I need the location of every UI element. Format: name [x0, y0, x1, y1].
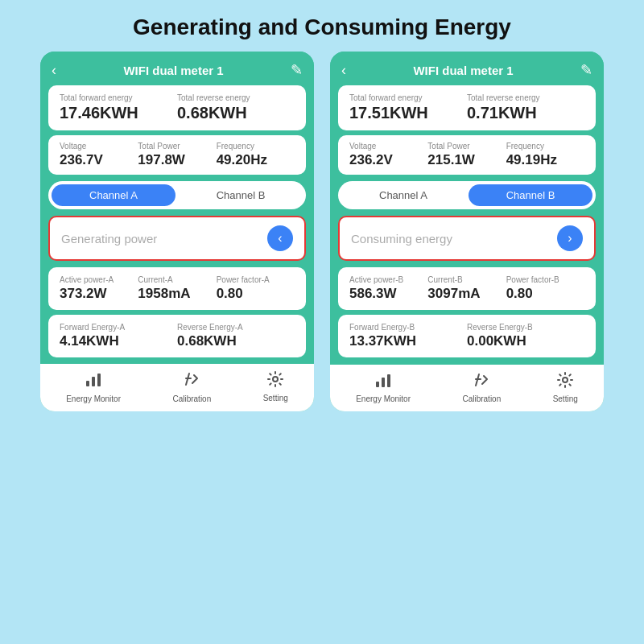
- forward-energy-right: Total forward energy 17.51KWH: [349, 93, 467, 122]
- reverse-energy-value-left: 0.68KWH: [177, 104, 295, 122]
- header-title-left: WIFI dual meter 1: [123, 64, 223, 77]
- energy-monitor-icon-left: [85, 370, 102, 392]
- active-power-left: Active power-A 373.2W: [60, 275, 138, 302]
- pf-label-right: Power factor-B: [506, 275, 584, 284]
- active-power-label-right: Active power-B: [349, 275, 427, 284]
- phone-right: ‹ WIFI dual meter 1 ✎ Total forward ener…: [330, 52, 604, 411]
- back-button-right[interactable]: ‹: [341, 62, 346, 79]
- voltage-value-right: 236.2V: [349, 152, 427, 168]
- mode-button-right[interactable]: ›: [557, 225, 583, 251]
- reverse-energy-left: Total reverse energy 0.68KWH: [177, 93, 295, 122]
- frequency-label-left: Frequency: [217, 142, 295, 151]
- channel-b-tab-right[interactable]: Channel B: [469, 184, 592, 206]
- svg-rect-2: [97, 374, 101, 386]
- pf-value-left: 0.80: [217, 286, 295, 302]
- mode-row-right: Consuming energy ›: [338, 216, 596, 261]
- forward-energy-value-left: 17.46KWH: [60, 104, 177, 122]
- pf-value-right: 0.80: [506, 286, 584, 302]
- forward-energy-label-right: Total forward energy: [349, 93, 467, 102]
- phone-left: ‹ WIFI dual meter 1 ✎ Total forward ener…: [40, 52, 314, 411]
- forward-energy-b-right: Forward Energy-B 13.37KWH: [349, 323, 467, 349]
- energy-monitor-icon-right: [374, 371, 392, 392]
- bottom-nav-left: Energy Monitor Calibration: [40, 364, 314, 411]
- total-power-right: Total Power 215.1W: [427, 142, 506, 168]
- reverse-energy-b-right: Reverse Energy-B 0.00KWH: [467, 323, 584, 349]
- energy-metrics-right: Forward Energy-B 13.37KWH Reverse Energy…: [338, 315, 596, 357]
- svg-rect-5: [382, 378, 385, 387]
- current-value-left: 1958mA: [138, 286, 216, 302]
- setting-icon-right: [556, 371, 574, 392]
- active-power-value-left: 373.2W: [60, 286, 138, 302]
- edit-button-left[interactable]: ✎: [291, 61, 303, 79]
- forward-energy-b-label-right: Forward Energy-B: [349, 323, 467, 332]
- mode-text-left: Generating power: [61, 232, 157, 246]
- channel-tabs-right: Channel A Channel B: [338, 181, 596, 209]
- active-power-right: Active power-B 586.3W: [349, 275, 427, 302]
- forward-energy-value-right: 17.51KWH: [349, 104, 467, 122]
- mode-row-left: Generating power ‹: [48, 216, 306, 261]
- reverse-energy-b-value-right: 0.00KWH: [467, 333, 584, 349]
- mode-button-left[interactable]: ‹: [267, 225, 293, 251]
- svg-point-7: [563, 378, 568, 382]
- svg-rect-1: [92, 377, 95, 386]
- channel-b-tab-left[interactable]: Channel B: [179, 184, 303, 206]
- voltage-right: Voltage 236.2V: [349, 142, 427, 168]
- forward-energy-label-left: Total forward energy: [60, 93, 177, 102]
- voltage-value-left: 236.7V: [60, 152, 138, 168]
- current-label-left: Current-A: [138, 275, 216, 284]
- total-power-left: Total Power 197.8W: [138, 142, 216, 168]
- nav-energy-monitor-right[interactable]: Energy Monitor: [356, 371, 411, 403]
- phones-container: ‹ WIFI dual meter 1 ✎ Total forward ener…: [0, 52, 644, 411]
- svg-rect-4: [376, 382, 379, 387]
- reverse-energy-a-left: Reverse Energy-A 0.68KWH: [177, 323, 295, 349]
- reverse-energy-right: Total reverse energy 0.71KWH: [467, 93, 584, 122]
- forward-energy-b-value-right: 13.37KWH: [349, 333, 467, 349]
- calibration-icon-right: [473, 371, 490, 392]
- current-value-right: 3097mA: [427, 286, 506, 302]
- forward-energy-a-label-left: Forward Energy-A: [60, 323, 177, 332]
- bottom-nav-right: Energy Monitor Calibration: [330, 365, 604, 411]
- calibration-label-left: Calibration: [172, 394, 211, 403]
- svg-rect-0: [86, 381, 89, 386]
- energy-top-left: Total forward energy 17.46KWH Total reve…: [48, 85, 306, 130]
- active-power-value-right: 586.3W: [349, 286, 427, 302]
- page-title: Generating and Consuming Energy: [0, 0, 644, 52]
- forward-energy-left: Total forward energy 17.46KWH: [60, 93, 177, 122]
- back-button-left[interactable]: ‹: [52, 62, 56, 79]
- total-power-value-left: 197.8W: [138, 152, 216, 168]
- frequency-right: Frequency 49.19Hz: [506, 142, 584, 168]
- stats-left: Voltage 236.7V Total Power 197.8W Freque…: [48, 135, 306, 175]
- reverse-energy-label-right: Total reverse energy: [467, 93, 584, 102]
- voltage-label-left: Voltage: [60, 142, 138, 151]
- voltage-label-right: Voltage: [349, 142, 427, 151]
- nav-setting-right[interactable]: Setting: [553, 371, 578, 403]
- calibration-icon-left: [183, 370, 200, 392]
- reverse-energy-a-value-left: 0.68KWH: [177, 333, 295, 349]
- nav-setting-left[interactable]: Setting: [263, 370, 288, 403]
- nav-energy-monitor-left[interactable]: Energy Monitor: [66, 370, 121, 403]
- pf-label-left: Power factor-A: [217, 275, 295, 284]
- channel-a-tab-left[interactable]: Channel A: [52, 184, 175, 206]
- frequency-value-left: 49.20Hz: [217, 152, 295, 168]
- phone-right-header: ‹ WIFI dual meter 1 ✎: [330, 52, 604, 85]
- stats-right: Voltage 236.2V Total Power 215.1W Freque…: [338, 135, 596, 175]
- phone-left-header: ‹ WIFI dual meter 1 ✎: [40, 52, 314, 85]
- forward-energy-a-left: Forward Energy-A 4.14KWH: [60, 323, 177, 349]
- setting-label-left: Setting: [263, 394, 288, 402]
- voltage-left: Voltage 236.7V: [60, 142, 138, 168]
- svg-point-3: [273, 377, 278, 382]
- energy-monitor-label-right: Energy Monitor: [356, 394, 411, 403]
- energy-top-right: Total forward energy 17.51KWH Total reve…: [338, 85, 596, 130]
- nav-calibration-right[interactable]: Calibration: [462, 371, 501, 403]
- frequency-left: Frequency 49.20Hz: [217, 142, 295, 168]
- power-metrics-left: Active power-A 373.2W Current-A 1958mA P…: [48, 267, 306, 310]
- frequency-label-right: Frequency: [506, 142, 584, 151]
- energy-monitor-label-left: Energy Monitor: [66, 394, 121, 403]
- nav-calibration-left[interactable]: Calibration: [172, 370, 211, 403]
- current-label-right: Current-B: [427, 275, 506, 284]
- setting-icon-left: [266, 370, 284, 391]
- channel-a-tab-right[interactable]: Channel A: [341, 184, 465, 206]
- edit-button-right[interactable]: ✎: [580, 61, 592, 79]
- mode-text-right: Consuming energy: [351, 232, 452, 246]
- reverse-energy-a-label-left: Reverse Energy-A: [177, 323, 295, 332]
